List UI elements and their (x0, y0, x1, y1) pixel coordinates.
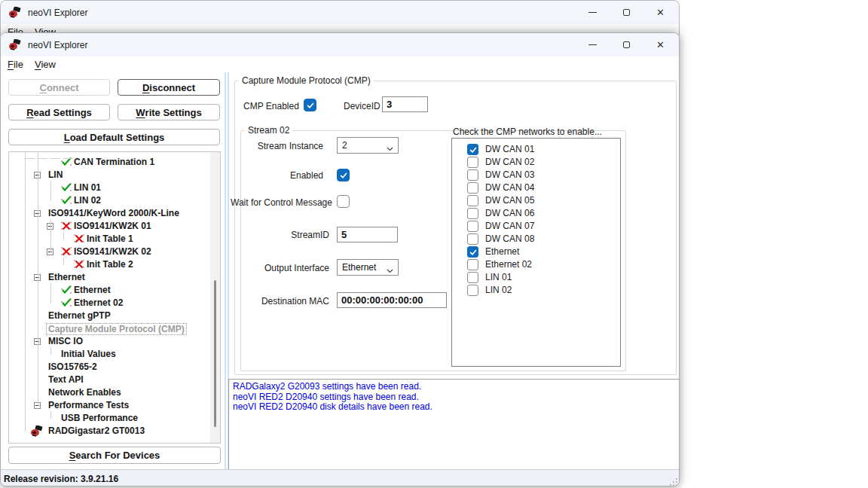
network-checkbox-row[interactable]: Ethernet (452, 246, 620, 258)
tree-item-label: Initial Values (61, 348, 116, 361)
tree-item[interactable]: MISC IO (9, 335, 209, 348)
network-checkbox[interactable] (467, 233, 478, 245)
network-checkbox-row[interactable]: DW CAN 08 (452, 233, 620, 246)
destination-mac-label: Destination MAC (248, 296, 329, 307)
connect-button[interactable]: Connect (8, 79, 110, 96)
release-revision: Release revision: 3.9.21.16 (4, 474, 118, 484)
close-button[interactable]: ✕ (643, 1, 677, 24)
tree-connector (50, 181, 51, 201)
network-checkbox[interactable] (467, 259, 478, 270)
network-checkbox-row[interactable]: DW CAN 07 (452, 220, 620, 233)
network-checkbox[interactable] (467, 221, 478, 232)
network-checkbox[interactable] (467, 144, 478, 155)
load-default-settings-button[interactable]: Load Default Settings (8, 129, 220, 145)
close-button[interactable]: ✕ (643, 33, 677, 56)
network-checkbox-row[interactable]: DW CAN 03 (452, 169, 620, 181)
tree-item[interactable]: ISO15765-2 (9, 361, 209, 374)
network-label: DW CAN 05 (485, 194, 534, 207)
network-checkbox-row[interactable]: DW CAN 04 (452, 181, 620, 194)
tree-connector (25, 152, 26, 432)
tree-item[interactable]: Ethernet 02 (9, 297, 209, 310)
tree-connector (63, 158, 73, 159)
tree-item-label: LIN 02 (74, 194, 101, 207)
deviceid-label: DeviceID (344, 101, 380, 111)
wait-for-control-checkbox[interactable] (337, 195, 350, 208)
network-checkbox[interactable] (467, 285, 478, 296)
tree-item-label: ISO15765-2 (48, 361, 97, 374)
minimize-button[interactable] (576, 1, 610, 24)
network-checkbox[interactable] (467, 157, 478, 168)
streamid-input[interactable] (337, 227, 398, 242)
tree-item[interactable]: Ethernet (9, 284, 209, 297)
tree-item-label: ISO9141/KW2K 02 (74, 246, 151, 258)
network-checkbox-row[interactable]: LIN 01 (452, 271, 620, 284)
minimize-button[interactable] (576, 33, 610, 56)
tree-item[interactable]: Network Enables (9, 386, 209, 399)
write-settings-button[interactable]: Write Settings (118, 104, 220, 120)
tree-item[interactable]: LIN 02 (9, 194, 209, 207)
network-label: Ethernet 02 (485, 258, 532, 271)
background-window-titlebar[interactable]: neoVI Explorer ✕ (1, 1, 679, 24)
tree-connector (50, 283, 51, 303)
network-checkbox[interactable] (467, 195, 478, 206)
destination-mac-input[interactable] (337, 292, 447, 308)
network-label: LIN 01 (485, 271, 512, 284)
network-label: LIN 02 (485, 284, 512, 297)
output-interface-select[interactable]: Ethernet (337, 259, 399, 276)
tree-item[interactable]: ISO9141/KW2K 01 (9, 220, 209, 233)
cmp-enabled-checkbox[interactable] (304, 99, 316, 111)
menu-item-view[interactable]: View (35, 59, 56, 70)
network-checkbox-row[interactable]: LIN 02 (452, 284, 620, 297)
tree-item-label: CAN Termination 1 (74, 156, 154, 169)
chevron-down-icon (387, 143, 393, 154)
device-icon (30, 425, 43, 441)
tree-item[interactable]: ISO9141/KeyWord 2000/K-Line (9, 207, 209, 220)
tree-item[interactable]: Initial Values (9, 348, 209, 361)
network-checkbox-row[interactable]: DW CAN 01 (452, 143, 620, 156)
network-checkbox-row[interactable]: DW CAN 05 (452, 194, 620, 207)
tree-item-label: Capture Module Protocol (CMP) (46, 323, 187, 335)
tree-item[interactable]: ISO9141/KW2K 02 (9, 246, 209, 258)
tree-item-label: Ethernet (74, 284, 111, 297)
tree-item[interactable]: Ethernet gPTP (9, 310, 209, 322)
tree-item[interactable]: RADGigastar2 GT0013 (9, 425, 209, 438)
tree-item[interactable]: LIN 01 (9, 181, 209, 194)
tree-item-label: ISO9141/KeyWord 2000/K-Line (48, 207, 179, 220)
disconnect-button[interactable]: Disconnect (118, 79, 220, 96)
tree-item-label: USB Performance (61, 412, 138, 425)
window-titlebar[interactable]: neoVI Explorer ✕ (1, 33, 679, 56)
search-for-devices-button[interactable]: Search For Devices (8, 447, 221, 464)
network-checkbox[interactable] (467, 182, 478, 194)
network-checkbox[interactable] (467, 246, 478, 258)
network-checkbox[interactable] (467, 272, 478, 283)
networks-label: Check the CMP networks to enable... (453, 127, 602, 137)
tree-item[interactable]: USB Performance (9, 412, 209, 425)
network-checkbox-row[interactable]: Ethernet 02 (452, 258, 620, 271)
network-checkbox[interactable] (467, 208, 478, 219)
tree-scrollbar-thumb[interactable] (214, 280, 216, 427)
tree-item[interactable]: Performance Tests (9, 399, 209, 412)
enabled-checkbox[interactable] (337, 169, 350, 181)
tree-item[interactable]: Ethernet (9, 271, 209, 284)
streamid-label: StreamID (248, 230, 329, 240)
tree-item-label: Init Table 2 (87, 258, 133, 271)
tree-item[interactable]: Init Table 2 (9, 258, 209, 271)
network-checkbox-row[interactable]: DW CAN 02 (452, 156, 620, 169)
read-settings-button[interactable]: Read Settings (8, 104, 110, 120)
deviceid-input[interactable] (382, 96, 428, 112)
network-checkbox-row[interactable]: DW CAN 06 (452, 207, 620, 220)
tree-item[interactable]: Init Table 1 (9, 233, 209, 246)
tree-item[interactable]: Text API (9, 374, 209, 386)
status-bar: Release revision: 3.9.21.16 (1, 469, 679, 486)
network-label: DW CAN 08 (485, 233, 534, 246)
menu-item-file[interactable]: File (8, 59, 23, 70)
network-checkbox[interactable] (467, 169, 478, 181)
resize-grip[interactable] (668, 477, 677, 486)
maximize-button[interactable] (610, 1, 643, 24)
maximize-button[interactable] (610, 33, 643, 56)
tree-item-selected[interactable]: Capture Module Protocol (CMP) (9, 322, 209, 335)
tree-scrollbar-track[interactable] (210, 152, 220, 443)
tree-item[interactable]: LIN (9, 169, 209, 181)
stream-instance-label: Stream Instance (242, 141, 323, 151)
stream-instance-select[interactable]: 2 (337, 137, 399, 154)
